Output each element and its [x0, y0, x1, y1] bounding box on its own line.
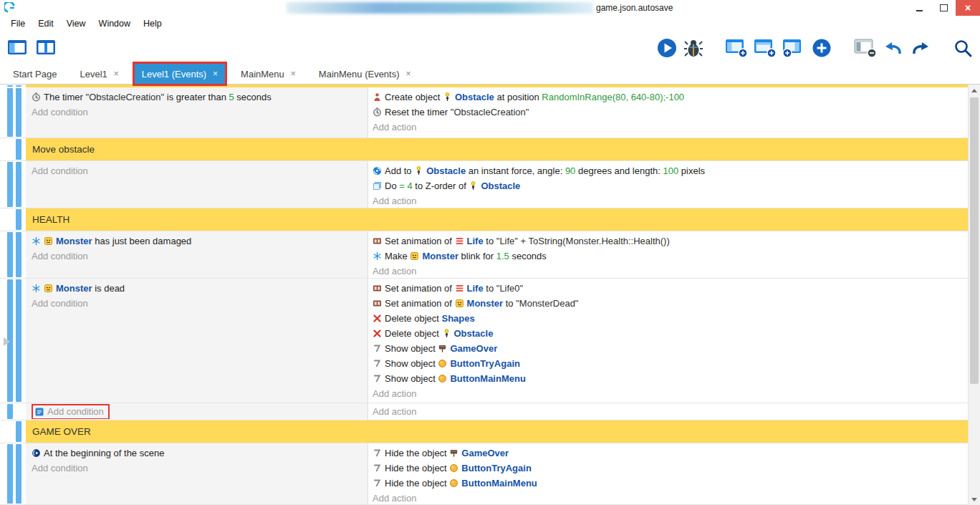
drag-handle[interactable]: [16, 444, 21, 504]
blue-panel-icon-1[interactable]: [7, 39, 27, 57]
drag-handle[interactable]: [16, 279, 21, 402]
action-line[interactable]: Create object Obstacle at position Rando…: [373, 90, 964, 105]
drag-handle[interactable]: [16, 88, 21, 137]
play-icon[interactable]: [656, 37, 678, 59]
menu-edit[interactable]: Edit: [32, 19, 60, 29]
add-condition-placeholder[interactable]: Add condition: [47, 406, 104, 417]
condition-line[interactable]: Monster has just been damaged: [32, 234, 362, 249]
drag-handle[interactable]: [16, 139, 21, 160]
condition-line[interactable]: Monster is dead: [32, 281, 362, 296]
add-condition-placeholder[interactable]: Add condition: [32, 249, 362, 264]
condition-line[interactable]: Add condition: [32, 404, 362, 419]
object-name: ButtonTryAgain: [450, 358, 520, 369]
action-line[interactable]: Set animation of Life to "Life0": [373, 281, 964, 296]
add-action-placeholder[interactable]: Add action: [373, 386, 964, 401]
actions-cell[interactable]: Set animation of Life to "Life0"Set anim…: [368, 279, 969, 403]
group-header-move-obstacle[interactable]: Move obstacle: [26, 138, 969, 160]
drag-handle[interactable]: [16, 421, 21, 442]
tab-mainmenu[interactable]: MainMenu×: [234, 64, 303, 84]
actions-cell[interactable]: Hide the object GameOverHide the object …: [368, 443, 969, 504]
minimize-button[interactable]: [907, 0, 931, 16]
tab-level1[interactable]: Level1×: [72, 64, 125, 84]
maximize-button[interactable]: [931, 0, 956, 16]
action-line[interactable]: Make Monster blink for 1.5 seconds: [373, 249, 964, 264]
conditions-cell[interactable]: At the beginning of the sceneAdd conditi…: [26, 443, 368, 504]
undo-arrow-icon[interactable]: [883, 38, 904, 58]
drag-handle[interactable]: [16, 209, 21, 230]
scrollbar-thumb[interactable]: [970, 97, 979, 384]
add-action-placeholder[interactable]: Add action: [373, 491, 964, 504]
tab-start-page[interactable]: Start Page: [6, 64, 64, 84]
instruction-text: seconds: [234, 92, 272, 102]
drag-handle[interactable]: [16, 85, 21, 87]
add-action-placeholder[interactable]: Add action: [373, 404, 964, 419]
close-button[interactable]: ×: [956, 0, 980, 16]
actions-cell[interactable]: Add action: [368, 403, 969, 420]
actions-cell[interactable]: Set animation of Life to "Life" + ToStri…: [368, 231, 969, 278]
scroll-up-button[interactable]: [969, 85, 980, 96]
tab-close-icon[interactable]: ×: [291, 69, 296, 79]
drag-handle[interactable]: [7, 85, 13, 87]
add-action-placeholder[interactable]: Add action: [373, 120, 964, 135]
action-line[interactable]: Delete object Obstacle: [373, 326, 964, 341]
conditions-cell[interactable]: Monster is deadAdd condition: [26, 279, 368, 403]
add-condition-placeholder[interactable]: Add condition: [32, 461, 362, 476]
bug-icon[interactable]: [683, 37, 703, 59]
action-line[interactable]: Set animation of Life to "Life" + ToStri…: [373, 234, 964, 249]
action-line[interactable]: Reset the timer "ObstacleCreation": [373, 105, 964, 120]
vertical-scrollbar[interactable]: [968, 85, 980, 505]
panel-minus-icon[interactable]: [854, 38, 877, 58]
action-line[interactable]: Hide the object ButtonMainMenu: [373, 476, 964, 491]
condition-line[interactable]: At the beginning of the scene: [32, 446, 362, 461]
menu-view[interactable]: View: [60, 19, 92, 29]
add-action-placeholder[interactable]: Add action: [373, 193, 964, 208]
menu-window[interactable]: Window: [92, 19, 137, 29]
add-condition-placeholder[interactable]: Add condition: [32, 163, 362, 178]
actions-cell[interactable]: Add to Obstacle an instant force, angle:…: [368, 161, 969, 208]
add-action-placeholder[interactable]: Add action: [373, 264, 964, 278]
add-condition-placeholder[interactable]: Add condition: [32, 105, 362, 120]
circle-plus-icon[interactable]: [811, 37, 832, 59]
scroll-down-button[interactable]: [969, 494, 980, 505]
menu-help[interactable]: Help: [137, 19, 168, 29]
condition-line[interactable]: The timer "ObstacleCreation" is greater …: [32, 90, 362, 105]
action-line[interactable]: Set animation of Monster to "MonsterDead…: [373, 296, 964, 311]
drag-handle[interactable]: [7, 444, 13, 504]
action-line[interactable]: Hide the object GameOver: [373, 446, 964, 461]
panel-plus-icon-3[interactable]: [782, 38, 805, 58]
panel-plus-icon-2[interactable]: [754, 38, 777, 58]
action-line[interactable]: Do = 4 to Z-order of Obstacle: [373, 178, 964, 193]
drag-handle[interactable]: [7, 404, 13, 419]
conditions-cell[interactable]: Add condition: [26, 403, 368, 420]
menu-file[interactable]: File: [4, 19, 32, 29]
actions-cell[interactable]: Create object Obstacle at position Rando…: [368, 87, 969, 138]
redo-arrow-icon[interactable]: [910, 38, 931, 58]
action-line[interactable]: Delete object Shapes: [373, 311, 964, 326]
action-line[interactable]: Show object ButtonMainMenu: [373, 371, 964, 386]
tab-close-icon[interactable]: ×: [213, 69, 218, 79]
blue-panel-icon-2[interactable]: [36, 39, 56, 57]
instruction-text: Delete object: [385, 313, 442, 324]
action-line[interactable]: Show object GameOver: [373, 341, 964, 356]
drag-handle[interactable]: [7, 162, 13, 207]
tab-close-icon[interactable]: ×: [114, 69, 119, 79]
group-header-health[interactable]: HEALTH: [26, 208, 969, 231]
action-line[interactable]: Hide the object ButtonTryAgain: [373, 461, 964, 476]
magnifier-icon[interactable]: [953, 38, 973, 58]
panel-plus-icon-1[interactable]: [725, 38, 748, 58]
tab-level1-events[interactable]: Level1 (Events)×: [135, 64, 225, 84]
group-header-game-over[interactable]: GAME OVER: [26, 420, 969, 443]
drag-handle[interactable]: [7, 232, 13, 277]
conditions-cell[interactable]: Add condition: [26, 161, 368, 208]
event-row: The timer "ObstacleCreation" is greater …: [0, 87, 969, 138]
tab-close-icon[interactable]: ×: [406, 69, 411, 79]
drag-handle[interactable]: [7, 88, 13, 137]
drag-handle[interactable]: [16, 162, 21, 207]
conditions-cell[interactable]: The timer "ObstacleCreation" is greater …: [26, 87, 368, 138]
tab-mainmenu-events[interactable]: MainMenu (Events)×: [312, 64, 418, 84]
add-condition-placeholder[interactable]: Add condition: [32, 296, 362, 311]
action-line[interactable]: Show object ButtonTryAgain: [373, 356, 964, 371]
action-line[interactable]: Add to Obstacle an instant force, angle:…: [373, 163, 964, 178]
conditions-cell[interactable]: Monster has just been damagedAdd conditi…: [26, 231, 368, 278]
drag-handle[interactable]: [16, 232, 21, 277]
